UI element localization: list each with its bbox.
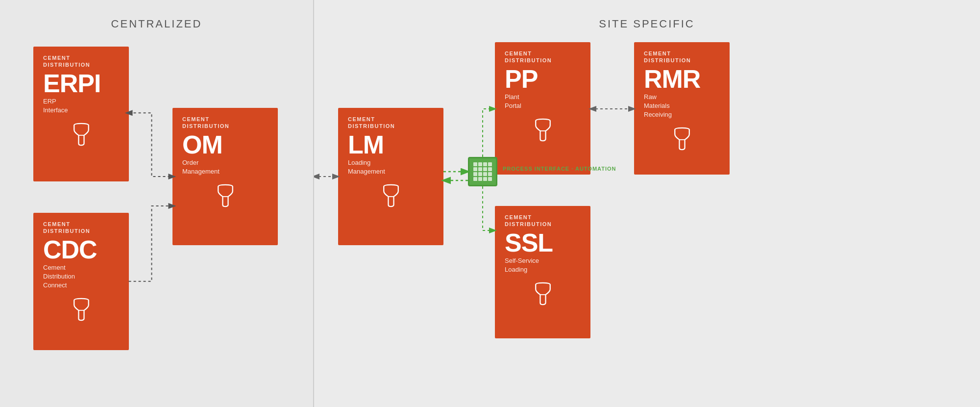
ssl-icon [505, 282, 581, 305]
om-label: CEMENTDISTRIBUTION [182, 116, 268, 130]
left-panel-title: CENTRALIZED [0, 0, 313, 30]
om-desc: OrderManagement [182, 158, 268, 176]
main-container: CENTRALIZED CEMENTDISTRIBUTION ERPI ERPI… [0, 0, 980, 407]
erpi-label: CEMENTDISTRIBUTION [43, 54, 119, 69]
cdc-desc: CementDistributionConnect [43, 263, 119, 290]
module-pp: CEMENTDISTRIBUTION PP PlantPortal [495, 42, 590, 175]
module-erpi: CEMENTDISTRIBUTION ERPI ERPInterface [33, 47, 129, 181]
ssl-label: CEMENTDISTRIBUTION [505, 214, 581, 228]
right-panel-title: SITE SPECIFIC [314, 0, 980, 30]
panel-right: SITE SPECIFIC CEMENTDISTRIBUTION LM Load… [314, 0, 980, 407]
om-acronym: OM [182, 132, 268, 157]
cdc-label: CEMENTDISTRIBUTION [43, 221, 119, 235]
rmr-desc: RawMaterialsReceiving [644, 93, 720, 120]
lm-desc: LoadingManagement [348, 158, 434, 176]
lm-label: CEMENTDISTRIBUTION [348, 116, 434, 130]
automation-label: PROCESS INTERFACE · AUTOMATION [503, 166, 616, 172]
rmr-acronym: RMR [644, 66, 720, 92]
cdc-acronym: CDC [43, 237, 119, 262]
cdc-icon [43, 298, 119, 321]
module-cdc: CEMENTDISTRIBUTION CDC CementDistributio… [33, 213, 129, 350]
om-icon [182, 184, 268, 207]
erpi-desc: ERPInterface [43, 97, 119, 115]
automation-box [468, 157, 497, 186]
chip-grid [473, 162, 492, 181]
ssl-acronym: SSL [505, 230, 581, 255]
rmr-icon [644, 127, 720, 151]
panel-left: CENTRALIZED CEMENTDISTRIBUTION ERPI ERPI… [0, 0, 314, 407]
module-lm: CEMENTDISTRIBUTION LM LoadingManagement [338, 108, 443, 245]
module-om: CEMENTDISTRIBUTION OM OrderManagement [172, 108, 278, 245]
pp-acronym: PP [505, 66, 581, 92]
erpi-acronym: ERPI [43, 71, 119, 96]
ssl-desc: Self-ServiceLoading [505, 256, 581, 274]
module-rmr: CEMENTDISTRIBUTION RMR RawMaterialsRecei… [634, 42, 730, 175]
rmr-label: CEMENTDISTRIBUTION [644, 50, 720, 64]
lm-acronym: LM [348, 132, 434, 157]
erpi-icon [43, 123, 119, 146]
pp-desc: PlantPortal [505, 93, 581, 110]
lm-icon [348, 184, 434, 207]
panel-divider [313, 0, 314, 407]
pp-icon [505, 118, 581, 142]
pp-label: CEMENTDISTRIBUTION [505, 50, 581, 64]
module-ssl: CEMENTDISTRIBUTION SSL Self-ServiceLoadi… [495, 206, 590, 338]
